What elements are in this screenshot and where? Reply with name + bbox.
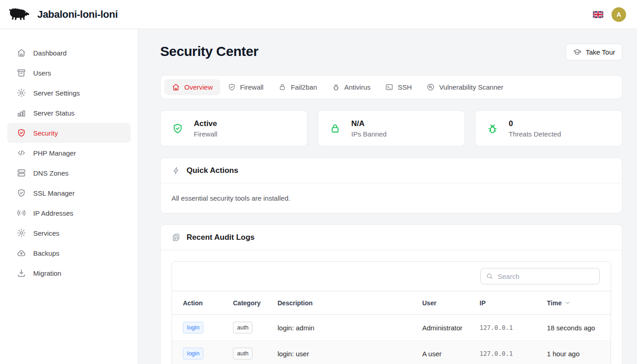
time-cell: 18 seconds ago (547, 315, 611, 341)
tab-label: Antivirus (344, 83, 371, 91)
code-icon (16, 148, 26, 158)
boar-logo-icon (7, 6, 31, 23)
sidebar-item[interactable]: Users (7, 63, 131, 83)
sidebar-item[interactable]: DNS Zones (7, 163, 131, 183)
tab-label: Vulnerability Scanner (439, 83, 503, 91)
security-tabs: Overview Firewall Fail2ban Antivirus (160, 75, 622, 99)
table-row[interactable]: login auth login: admin Administrator 12… (172, 315, 611, 341)
brand-title: Jabaloni-loni-loni (37, 9, 118, 20)
take-tour-label: Take Tour (586, 48, 615, 56)
sidebar-item[interactable]: Dashboard (7, 43, 131, 63)
tab[interactable]: Firewall (220, 79, 271, 95)
sidebar-item[interactable]: PHP Manager (7, 143, 131, 163)
sidebar-item[interactable]: Server Settings (7, 83, 131, 103)
col-action[interactable]: Action (172, 291, 233, 315)
sort-desc-icon[interactable] (564, 299, 571, 306)
cloud-up-icon (16, 248, 26, 258)
grad-cap-icon (573, 48, 581, 56)
audit-table-card: Action Category Description User IP Time (172, 261, 611, 364)
sidebar-item-label: Backups (33, 249, 60, 257)
col-time[interactable]: Time (547, 291, 611, 315)
audit-logs-title: Recent Audit Logs (187, 233, 255, 242)
status-card: N/A IPs Banned (318, 110, 465, 147)
tab[interactable]: Fail2ban (271, 79, 324, 95)
sidebar-item-label: Dashboard (33, 49, 66, 57)
col-user[interactable]: User (422, 291, 480, 315)
gear-icon (16, 88, 26, 98)
ip-cell: 127.0.0.1 (480, 315, 547, 341)
sidebar-item[interactable]: Backups (7, 243, 131, 263)
lock-icon (278, 83, 287, 91)
terminal-icon (385, 83, 394, 91)
server-icon (16, 168, 26, 178)
shield-icon (16, 188, 26, 198)
col-category[interactable]: Category (233, 291, 278, 315)
tab-label: Firewall (240, 83, 264, 91)
quick-actions-message: All essential security tools are install… (161, 183, 622, 213)
quick-actions-panel: Quick Actions All essential security too… (160, 157, 622, 213)
sidebar-item-label: Server Settings (33, 89, 80, 97)
table-row[interactable]: login auth login: user A user 127.0.0.1 … (172, 341, 611, 364)
tab[interactable]: Overview (164, 79, 220, 95)
clipboard-icon (172, 233, 181, 242)
status-card-value: 0 (509, 119, 561, 128)
ip-cell: 127.0.0.1 (480, 341, 547, 364)
user-cell: A user (422, 341, 480, 364)
search-icon (485, 272, 494, 280)
brand[interactable]: Jabaloni-loni-loni (7, 6, 118, 23)
status-card: 0 Threats Detected (475, 110, 622, 147)
sidebar-item-label: Users (33, 69, 51, 77)
sidebar-item[interactable]: Services (7, 223, 131, 243)
status-cards: Active Firewall N/A IPs Banned 0 (160, 110, 622, 147)
status-card-label: Threats Detected (509, 130, 561, 138)
sidebar-item-label: PHP Manager (33, 149, 76, 157)
sidebar-item[interactable]: Server Status (7, 103, 131, 123)
shield-icon (16, 128, 26, 138)
sidebar-item-label: DNS Zones (33, 169, 69, 177)
sidebar-item[interactable]: IP Addresses (7, 203, 131, 223)
quick-actions-title: Quick Actions (187, 166, 238, 175)
status-card-value: Active (194, 119, 217, 128)
sidebar-item[interactable]: SSL Manager (7, 183, 131, 203)
shield-icon (172, 122, 184, 135)
lock-icon (329, 122, 341, 135)
audit-table: Action Category Description User IP Time (172, 291, 611, 364)
col-ip[interactable]: IP (480, 291, 547, 315)
time-cell: 1 hour ago (547, 341, 611, 364)
chart-icon (16, 108, 26, 118)
tab[interactable]: SSH (378, 79, 419, 95)
action-badge: login (183, 348, 203, 359)
status-card: Active Firewall (160, 110, 308, 147)
tab[interactable]: Antivirus (324, 79, 378, 95)
status-card-value: N/A (351, 119, 387, 128)
archive-icon (16, 68, 26, 78)
bug-icon (332, 83, 340, 91)
bolt-icon (172, 166, 181, 175)
tab-label: Overview (184, 83, 213, 91)
tab-label: Fail2ban (291, 83, 317, 91)
sidebar-item[interactable]: Security (7, 123, 131, 143)
take-tour-button[interactable]: Take Tour (566, 44, 622, 61)
category-badge: auth (233, 322, 253, 334)
sidebar-item-label: Migration (33, 269, 61, 277)
search-circle-icon (426, 83, 435, 91)
sidebar-item-label: Services (33, 229, 60, 237)
status-card-label: IPs Banned (351, 130, 387, 138)
description-cell: login: user (278, 341, 422, 364)
action-badge: login (183, 322, 203, 334)
broadcast-icon (16, 208, 26, 218)
main-content: Security Center Take Tour Overview Firew… (138, 29, 637, 364)
sidebar-item-label: IP Addresses (33, 209, 73, 217)
sidebar: Dashboard Users Server Settings Server S… (0, 29, 138, 364)
sidebar-item[interactable]: Migration (7, 263, 131, 283)
search-input[interactable] (480, 268, 600, 284)
col-description[interactable]: Description (278, 291, 422, 315)
tab[interactable]: Vulnerability Scanner (419, 79, 511, 95)
uk-flag-icon[interactable] (593, 11, 603, 18)
shield-icon (228, 83, 236, 91)
description-cell: login: admin (278, 315, 422, 341)
user-avatar[interactable]: A (612, 7, 626, 22)
sidebar-item-label: SSL Manager (33, 189, 75, 197)
home-icon (16, 48, 26, 58)
status-card-label: Firewall (194, 130, 217, 138)
